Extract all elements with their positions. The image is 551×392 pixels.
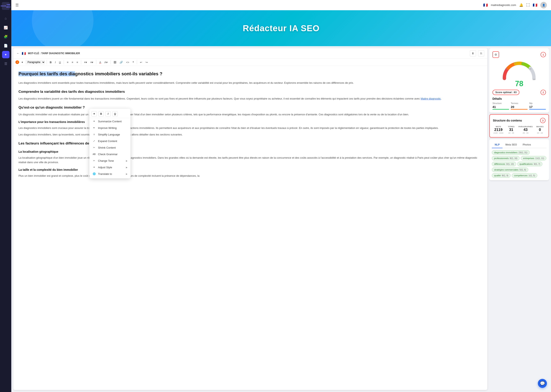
expand-icon: ⤢ [92,139,96,143]
editor-header: ← 🇫🇷 MOT-CLÉ : TARIF DIAGNOSTIC IMMOBILI… [13,48,275,59]
redo-button[interactable]: ↪ [144,60,149,64]
ctx-shrink[interactable]: ✂ Shrink Content [89,144,130,151]
hero-title: Rédacteur IA SEO [243,23,275,33]
simplify-icon: ≡ [92,133,96,136]
article-p4: Les diagnostics immobiliers sont cruciau… [19,126,275,130]
topbar: ☰ 🇫🇷 maitrediagnostic.com 🔔 ⛶ 🇫🇷 👤 [11,0,275,10]
quote-button[interactable]: ❝ [131,60,135,64]
article-p6: La localisation géographique d'un bien i… [19,155,275,165]
article-h2-1: Comprendre la variabilité des tarifs des… [19,89,275,95]
article-title: Pourquoi les tarifs des diagnostics immo… [19,70,275,77]
ctx-improve-writing[interactable]: ✒ Improve Writing [89,125,130,131]
improve-label: Improve Writing [98,126,117,130]
link-button[interactable]: 🔗 [118,60,124,64]
article-h3-2: La localisation géographique [19,149,275,154]
translate-label: Translate to [98,172,112,175]
separator2 [64,60,64,64]
article-h2-2: Qu'est-ce qu'un diagnostic immobilier ? [19,105,275,111]
highlight-button[interactable]: A▾ [103,60,109,64]
content-row: ← 🇫🇷 MOT-CLÉ : TARIF DIAGNOSTIC IMMOBILI… [11,46,275,196]
context-toolbar: ✦ B I U [89,110,130,118]
ctx-underline-btn[interactable]: U [112,111,118,117]
shrink-icon: ✂ [92,146,96,149]
shrink-label: Shrink Content [98,146,116,149]
context-menu: ✦ B I U ✦ Summarize Content ✒ Improve Wr… [89,109,130,178]
align-center-button[interactable]: ≡ [71,60,75,64]
separator6 [137,60,137,64]
ctx-italic-btn[interactable]: I [105,111,111,117]
ctx-translate[interactable]: 🌐 Translate to ▶ [89,171,130,177]
grammar-label: Check Grammar [98,153,117,156]
translate-arrow: ▶ [126,173,128,175]
style-label: Adjust Style [98,166,112,169]
align-left-button[interactable]: ≡ [65,60,70,64]
list-ul-button[interactable]: ≡▾ [83,60,88,64]
code-button[interactable]: <> [125,60,130,64]
list-ol-button[interactable]: ≡▾ [89,60,95,64]
separator3 [81,60,81,64]
article-h3-3: La taille et la complexité du bien immob… [19,168,275,172]
flag-editor: 🇫🇷 [22,51,26,56]
sidebar-item-analytics[interactable]: 📈 [2,24,9,31]
italic-button[interactable]: I [54,60,57,64]
grammar-icon: AB [92,152,96,156]
align-right-button[interactable]: ≡ [75,60,79,64]
summarize-icon: ✦ [92,119,96,123]
article-p2: Les diagnostics immobiliers jouent un rô… [19,97,275,101]
separator [47,60,47,64]
sidebar-item-star[interactable]: ✦ [2,51,9,58]
image-button[interactable]: 🖼 [112,60,117,64]
expand-label: Expand Content [98,140,117,143]
ctx-summarize[interactable]: ✦ Summarize Content [89,118,130,125]
main-area: Rédacteur IA SEO ← 🇫🇷 MOT-CLÉ : TARIF DI… [11,10,275,196]
sidebar-logo: HACK THE SEO! [2,2,10,10]
simplify-label: Simplify Language [98,133,120,136]
article-p1: Les diagnostics immobiliers sont essenti… [19,81,275,85]
article-h3-1: L'importance pour les transactions immob… [19,120,275,125]
toolbar-badge: 4 [15,60,19,64]
paragraph-select[interactable]: Paragraphe [25,60,45,64]
ctx-expand[interactable]: ⤢ Expand Content [89,138,130,144]
separator4 [96,60,96,64]
editor-panel: ← 🇫🇷 MOT-CLÉ : TARIF DIAGNOSTIC IMMOBILI… [13,48,275,196]
ctx-bold-btn[interactable]: B [98,111,104,117]
tone-arrow: ▶ [126,160,128,162]
back-button[interactable]: ← [16,51,20,55]
sidebar-item-document[interactable]: 📄 [2,42,9,49]
hero-banner: Rédacteur IA SEO [11,10,275,46]
sidebar-item-puzzle[interactable]: 🧩 [2,33,9,40]
sidebar-item-menu2[interactable]: ☰ [2,60,9,67]
sidebar-item-home[interactable]: ⌂ [2,15,9,22]
article-p3: Un diagnostic immobilier est une évaluat… [19,112,275,117]
article-h2-3: Les facteurs influençant les différences… [19,140,275,147]
improve-icon: ✒ [92,126,96,130]
ctx-adjust-style[interactable]: ✦ Adjust Style ▶ [89,164,130,171]
undo-button[interactable]: ↩ [139,60,143,64]
tone-label: Change Tone [98,159,114,162]
underline-button[interactable]: U [58,60,62,64]
keyword-label: MOT-CLÉ : TARIF DIAGNOSTIC IMMOBILIER [28,52,80,55]
magic-btn[interactable]: ✦ [20,60,25,64]
sidebar: HACK THE SEO! ⌂ 📈 🧩 📄 ✦ ☰ [0,0,11,196]
article-p7: Plus un bien immobilier est grand et com… [19,174,275,178]
summarize-label: Summarize Content [98,120,122,123]
style-arrow: ▶ [126,166,128,168]
hamburger-icon[interactable]: ☰ [15,3,19,7]
ctx-magic-btn[interactable]: ✦ [91,111,97,117]
ctx-simplify[interactable]: ≡ Simplify Language [89,131,130,138]
ctx-change-tone[interactable]: ✂ Change Tone ▶ [89,157,130,164]
editor-toolbar: 4 ✦ Paragraphe B I U ≡ ≡ ≡ ≡▾ ≡▾ A A▾ [13,59,275,66]
ctx-grammar[interactable]: AB Check Grammar [89,151,130,157]
translate-icon: 🌐 [92,172,96,176]
font-color-button[interactable]: A [98,60,102,64]
style-icon: ✦ [92,165,96,169]
editor-content[interactable]: Pourquoi les tarifs des diagnostics immo… [13,66,275,196]
title-highlighted: Pourquoi les tarifs des dia [19,71,75,76]
bold-button[interactable]: B [49,60,53,64]
article-p5: Les diagnostics immobiliers, bien qu'ess… [19,132,275,137]
tone-icon: ✂ [92,159,96,162]
